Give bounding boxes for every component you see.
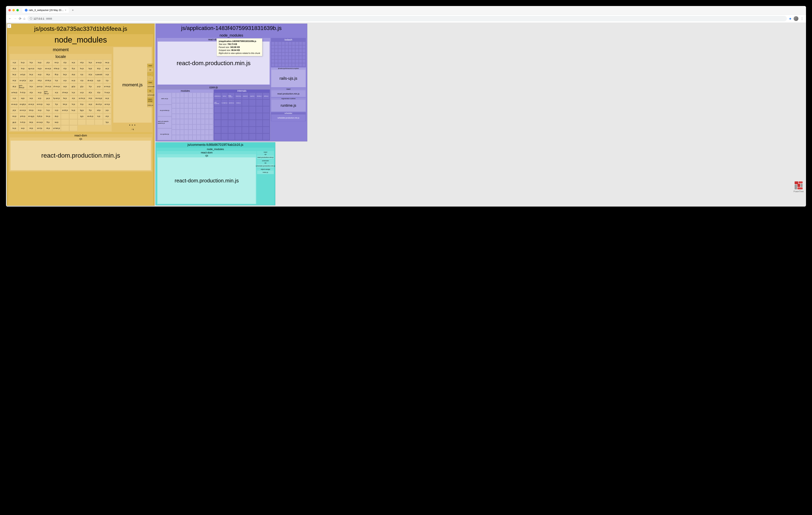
locale-file[interactable]: hy-am.js	[52, 95, 61, 101]
lodash-cell[interactable]	[289, 63, 292, 66]
react-production-file[interactable]: react.production.min.js	[271, 90, 306, 97]
tab-close-button[interactable]: ×	[65, 9, 66, 11]
internal-cell[interactable]: iterate.js	[256, 93, 263, 99]
module-cell[interactable]	[176, 130, 180, 134]
locale-file[interactable]: bs.js	[61, 72, 69, 78]
lodash-cell[interactable]	[299, 63, 302, 66]
address-bar[interactable]: ⓘ 127.0.0.1:8888	[27, 16, 787, 21]
lodash-cell[interactable]	[278, 56, 281, 59]
internal-cell[interactable]	[235, 113, 242, 120]
internal-cell[interactable]	[256, 127, 263, 133]
lodash-cell[interactable]	[271, 56, 274, 59]
lodash-cell[interactable]	[275, 49, 278, 52]
lodash-cell[interactable]	[275, 56, 278, 59]
internal-cell[interactable]	[263, 127, 269, 133]
module-cell[interactable]	[197, 130, 201, 134]
home-button[interactable]: ⌂	[23, 17, 25, 20]
module-cell[interactable]	[209, 124, 213, 129]
module-cell[interactable]	[201, 109, 205, 114]
module-cell[interactable]	[176, 103, 180, 108]
locale-file[interactable]: en-il.js	[35, 125, 44, 131]
module-cell[interactable]	[180, 114, 184, 119]
lodash-cell[interactable]	[295, 60, 298, 63]
locale-file[interactable]: mk.js	[35, 78, 44, 84]
lodash-cell[interactable]	[275, 46, 278, 49]
module-cell[interactable]	[197, 114, 201, 119]
module-cell[interactable]	[205, 135, 209, 140]
locale-file[interactable]: es-do.js	[86, 114, 94, 119]
locale-file[interactable]: ml.js	[78, 60, 86, 65]
internal-cell[interactable]	[242, 120, 249, 126]
locale-file[interactable]: ar.js	[35, 95, 44, 101]
locale-file[interactable]: is.js	[95, 114, 103, 119]
lodash-cell[interactable]	[299, 49, 302, 52]
module-cell[interactable]	[172, 98, 176, 103]
module-cell[interactable]	[201, 98, 205, 103]
locale-block[interactable]: locale ru.jsbo.jshi.jska.jspl.jsmn.jssl.…	[10, 54, 112, 131]
module-cell[interactable]	[172, 130, 176, 134]
internal-cell[interactable]	[228, 127, 235, 133]
posts-node-modules[interactable]: node_modules moment locale ru.jsbo.jshi.…	[8, 34, 153, 205]
lodash-cell[interactable]	[292, 46, 295, 49]
lodash-cell[interactable]	[295, 53, 298, 56]
locale-file[interactable]: zh-tw.js	[61, 90, 69, 95]
locale-file[interactable]: x-pseudo	[95, 72, 103, 78]
locale-file[interactable]: ro.js	[10, 95, 19, 101]
locale-file[interactable]: ms-my.js	[95, 95, 103, 101]
locale-file[interactable]: sr.js	[52, 90, 61, 95]
module-cell[interactable]	[176, 135, 180, 140]
lodash-cell[interactable]	[289, 42, 292, 45]
locale-file[interactable]: me.js	[103, 60, 111, 65]
lodash-cell[interactable]	[299, 56, 302, 59]
module-cell[interactable]	[193, 130, 197, 134]
module-cell[interactable]	[188, 109, 193, 114]
locale-file[interactable]: ne.js	[35, 90, 44, 95]
module-cell[interactable]	[188, 135, 193, 140]
lodash-cell[interactable]	[282, 49, 285, 52]
comments-chip[interactable]: object-assignindex.js	[257, 168, 274, 174]
lodash-cell[interactable]	[271, 42, 274, 45]
internal-cell[interactable]	[235, 120, 242, 126]
lodash-cell[interactable]	[302, 63, 306, 66]
internal-cell[interactable]	[256, 99, 263, 106]
internal-cell[interactable]	[221, 133, 228, 140]
module-cell[interactable]	[172, 119, 176, 124]
locale-file[interactable]: ar-dz.js	[61, 108, 69, 113]
locale-file[interactable]: he.js	[61, 95, 69, 101]
locale-file[interactable]: pt.js	[10, 108, 19, 113]
internal-cell[interactable]	[221, 120, 228, 126]
module-cell[interactable]	[184, 114, 188, 119]
locale-file[interactable]: sr-cyrl.js	[19, 78, 27, 84]
modules-block[interactable]: modules web.url.jses.promise.jsweb.url-s…	[157, 90, 213, 141]
locale-file[interactable]: tet.js	[27, 119, 35, 125]
internal-cell[interactable]: define.js	[263, 93, 269, 99]
lodash-cell[interactable]	[275, 63, 278, 66]
lodash-cell[interactable]	[271, 60, 274, 63]
locale-file[interactable]: pl.js	[44, 60, 52, 65]
locale-file[interactable]: gom-latn.js	[44, 90, 52, 95]
module-cell[interactable]	[209, 119, 213, 124]
locale-file[interactable]: ru.js	[10, 60, 19, 65]
module-cell[interactable]	[172, 109, 176, 114]
locale-file[interactable]: lb.js	[69, 66, 78, 71]
locale-file[interactable]: da.js	[52, 114, 61, 119]
locale-file[interactable]: el.js	[27, 90, 35, 95]
locale-file[interactable]: eo.js	[69, 78, 78, 84]
lodash-cell[interactable]	[271, 46, 274, 49]
locale-file[interactable]: ko.js	[10, 125, 19, 131]
module-cell[interactable]	[193, 93, 197, 98]
locale-file[interactable]: ar-ly.js	[19, 72, 27, 78]
lodash-cell[interactable]	[292, 63, 295, 66]
lodash-cell[interactable]	[278, 42, 281, 45]
lodash-cell[interactable]	[292, 60, 295, 63]
lodash-cell[interactable]	[278, 49, 281, 52]
module-cell[interactable]	[201, 124, 205, 129]
internal-cell[interactable]: create.js	[235, 99, 242, 106]
lodash-cell[interactable]	[299, 46, 302, 49]
lodash-cell[interactable]	[285, 56, 288, 59]
module-cell[interactable]	[209, 109, 213, 114]
locale-file[interactable]: br.js	[27, 84, 35, 89]
module-cell[interactable]	[209, 130, 213, 134]
lodash-cell[interactable]	[282, 53, 285, 56]
locale-file[interactable]: en-nz.js	[19, 108, 27, 113]
